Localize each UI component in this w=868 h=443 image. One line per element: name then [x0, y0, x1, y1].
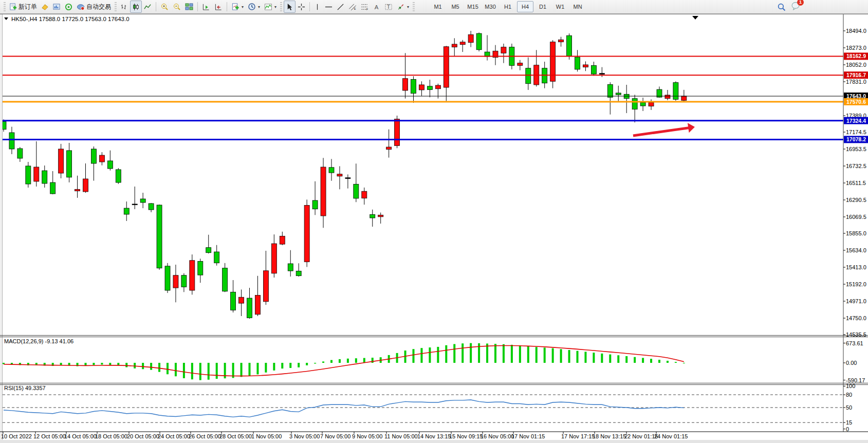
macd-histogram-bar: [150, 363, 152, 370]
bottom-strip: [0, 440, 868, 443]
data-window-button[interactable]: [63, 1, 75, 13]
new-chart-button[interactable]: ▾: [229, 1, 246, 13]
svg-text:F: F: [366, 8, 368, 11]
time-tick-label: 28 Oct 05:00: [219, 433, 252, 439]
chart-background: [2, 14, 868, 440]
equidistant-channel-icon: E: [348, 3, 357, 11]
toolbar-grip[interactable]: [4, 2, 6, 11]
line-chart-button[interactable]: [142, 1, 154, 13]
tile-windows-button[interactable]: [183, 1, 195, 13]
profiles-button[interactable]: ▾: [246, 1, 262, 13]
dropdown-caret: ▾: [258, 5, 260, 9]
horizontal-line-tool[interactable]: [323, 1, 335, 13]
toolbar-grip[interactable]: [280, 2, 282, 11]
candle-body: [403, 79, 408, 90]
timeframe-d1[interactable]: D1: [534, 1, 551, 12]
macd-histogram-bar: [355, 358, 357, 363]
vertical-line-icon: [314, 3, 321, 11]
candle-body: [395, 119, 400, 146]
macd-histogram-bar: [593, 353, 595, 363]
search-icon[interactable]: [777, 3, 786, 11]
price-tick-label: 14750.0: [846, 315, 866, 321]
candle-body: [599, 73, 604, 75]
macd-histogram-bar: [347, 359, 349, 363]
macd-label: MACD(12,26,9) -9.13 41.06: [4, 338, 73, 344]
candle-body: [518, 63, 523, 66]
timeframe-w1[interactable]: W1: [552, 1, 568, 12]
macd-histogram-bar: [601, 354, 603, 363]
auto-scroll-button[interactable]: [200, 1, 212, 13]
macd-histogram-bar: [199, 363, 201, 380]
fibonacci-tool[interactable]: F: [359, 1, 371, 13]
channel-tool[interactable]: E: [346, 1, 359, 13]
candle-body: [132, 204, 137, 205]
macd-histogram-bar: [650, 359, 652, 363]
zoom-in-button[interactable]: [158, 1, 171, 13]
price-tick-label: 18273.0: [846, 45, 866, 51]
line-chart-icon: [144, 3, 152, 11]
toolbar-grip[interactable]: [115, 2, 117, 11]
macd-histogram-bar: [453, 344, 455, 363]
trendline-tool[interactable]: [335, 1, 346, 13]
price-tick-label: 16953.5: [846, 146, 866, 152]
timeframe-m15[interactable]: M15: [465, 1, 481, 12]
rsi-axis-label: 100: [846, 383, 855, 389]
timeframe-mn[interactable]: MN: [569, 1, 586, 12]
candle-body: [26, 166, 31, 184]
price-tick-label: 17174.5: [846, 129, 866, 135]
crosshair-tool-button[interactable]: [296, 1, 307, 13]
macd-histogram-bar: [314, 363, 316, 363]
macd-histogram-bar: [527, 346, 529, 363]
notifications-button[interactable]: 1: [791, 2, 800, 12]
chart-area[interactable]: 18494.018273.018052.017831.017389.017174…: [0, 0, 868, 443]
timeframe-h4[interactable]: H4: [517, 1, 533, 12]
new-order-button[interactable]: 新订单: [7, 1, 39, 13]
text-tool[interactable]: A: [371, 1, 382, 13]
timeframe-m30[interactable]: M30: [482, 1, 498, 12]
bar-chart-button[interactable]: [118, 1, 130, 13]
candle-body: [116, 170, 121, 182]
arrows-tool[interactable]: ▾: [395, 1, 411, 13]
macd-histogram-bar: [667, 361, 669, 363]
timeframe-m1[interactable]: M1: [430, 1, 446, 12]
candle-body: [321, 167, 326, 216]
chart-shift-button[interactable]: [212, 1, 225, 13]
candle-body: [616, 93, 621, 95]
bar-chart-icon: [120, 3, 128, 11]
zoom-out-button[interactable]: [171, 1, 183, 13]
styler-button[interactable]: [39, 1, 51, 13]
candle-body: [165, 266, 170, 290]
indicators-button[interactable]: ▾: [262, 1, 279, 13]
text-label-tool[interactable]: T: [382, 1, 395, 13]
svg-text:E: E: [354, 7, 356, 10]
time-tick-label: 17 Nov 17:15: [561, 433, 595, 439]
svg-text:T: T: [387, 4, 391, 10]
candle-body: [288, 264, 293, 271]
vertical-line-tool[interactable]: [312, 1, 323, 13]
time-tick-label: 10 Oct 2022: [1, 433, 32, 439]
candle-body: [271, 244, 276, 273]
candle-body: [181, 275, 187, 287]
macd-histogram-bar: [273, 363, 275, 371]
price-badge-label: 17570.6: [846, 99, 866, 105]
rsi-axis-label: 0: [846, 426, 849, 432]
candle-body: [296, 271, 301, 275]
macd-histogram-bar: [249, 363, 251, 376]
cursor-tool-button[interactable]: [284, 1, 296, 13]
time-tick-label: 9 Nov 05:00: [352, 433, 382, 439]
macd-histogram-bar: [306, 363, 308, 365]
macd-histogram-bar: [437, 347, 439, 363]
candle-body: [75, 189, 80, 191]
macd-histogram-bar: [3, 363, 5, 364]
toolbar-grip[interactable]: [413, 2, 415, 11]
candle-chart-button[interactable]: [130, 1, 142, 13]
autotrading-button[interactable]: 自动交易: [75, 1, 113, 13]
timeframe-m5[interactable]: M5: [447, 1, 464, 12]
macd-histogram-bar: [256, 363, 258, 375]
timeframe-h1[interactable]: H1: [500, 1, 516, 12]
market-watch-button[interactable]: [51, 1, 63, 13]
price-tick-label: 16290.5: [846, 197, 866, 203]
macd-histogram-bar: [445, 345, 447, 363]
candle-body: [575, 57, 580, 69]
candle-body: [34, 167, 39, 181]
